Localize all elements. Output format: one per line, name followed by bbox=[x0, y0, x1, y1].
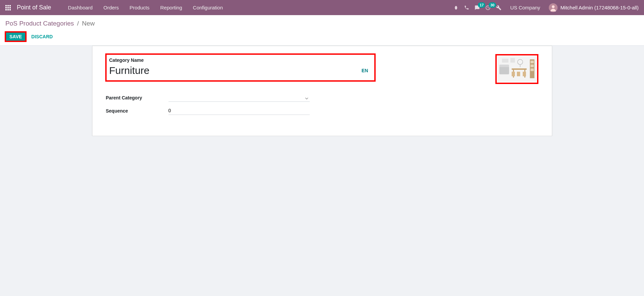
user-name: Mitchell Admin (17248068-15-0-all) bbox=[560, 5, 639, 10]
svg-rect-2 bbox=[9, 5, 11, 6]
breadcrumb-parent[interactable]: PoS Product Categories bbox=[5, 20, 74, 27]
breadcrumb: PoS Product Categories / New bbox=[5, 20, 639, 27]
svg-rect-24 bbox=[530, 69, 534, 71]
user-menu[interactable]: Mitchell Admin (17248068-15-0-all) bbox=[549, 3, 639, 12]
sequence-input[interactable] bbox=[168, 107, 310, 115]
svg-rect-4 bbox=[7, 7, 9, 8]
parent-category-label: Parent Category bbox=[106, 95, 168, 100]
svg-rect-19 bbox=[517, 72, 520, 76]
category-name-input[interactable] bbox=[109, 65, 358, 76]
form-container: Category Name EN bbox=[87, 46, 558, 136]
control-buttons: Save Discard bbox=[5, 32, 639, 41]
nav-configuration[interactable]: Configuration bbox=[188, 0, 228, 15]
svg-rect-7 bbox=[7, 9, 9, 10]
svg-rect-18 bbox=[512, 72, 515, 76]
messages-icon[interactable]: 17 bbox=[475, 5, 480, 10]
phone-icon[interactable] bbox=[464, 5, 469, 10]
svg-rect-22 bbox=[530, 61, 534, 64]
activities-badge: 30 bbox=[489, 2, 496, 8]
svg-rect-5 bbox=[9, 7, 11, 8]
svg-rect-23 bbox=[530, 65, 534, 67]
form-fields: Parent Category Sequence bbox=[106, 93, 538, 115]
parent-category-row: Parent Category bbox=[106, 93, 538, 102]
language-button[interactable]: EN bbox=[358, 66, 371, 75]
svg-point-11 bbox=[552, 5, 555, 8]
activities-icon[interactable]: 30 bbox=[485, 5, 491, 10]
svg-rect-6 bbox=[5, 9, 7, 10]
discard-button[interactable]: Discard bbox=[31, 34, 53, 39]
svg-rect-13 bbox=[499, 67, 509, 74]
svg-rect-3 bbox=[5, 7, 7, 8]
apps-menu-icon[interactable] bbox=[5, 5, 11, 10]
svg-rect-15 bbox=[512, 69, 526, 70]
category-name-label: Category Name bbox=[109, 56, 372, 63]
app-title[interactable]: Point of Sale bbox=[17, 4, 51, 11]
messages-badge: 17 bbox=[478, 2, 485, 8]
sequence-label: Sequence bbox=[106, 108, 168, 114]
sequence-row: Sequence bbox=[106, 107, 538, 115]
nav-dashboard[interactable]: Dashboard bbox=[63, 0, 98, 15]
svg-rect-20 bbox=[523, 72, 526, 76]
save-button[interactable]: Save bbox=[5, 32, 26, 41]
category-image[interactable] bbox=[495, 54, 538, 84]
nav-products[interactable]: Products bbox=[124, 0, 155, 15]
svg-rect-0 bbox=[5, 5, 7, 6]
tools-icon[interactable] bbox=[496, 5, 501, 10]
svg-rect-8 bbox=[9, 9, 11, 10]
nav-orders[interactable]: Orders bbox=[98, 0, 124, 15]
svg-rect-26 bbox=[510, 58, 515, 63]
navbar-right: 17 30 US Company Mitchell Admin (1724806… bbox=[453, 3, 639, 12]
svg-rect-14 bbox=[499, 65, 509, 67]
control-panel: PoS Product Categories / New Save Discar… bbox=[0, 15, 644, 46]
nav-menu: Dashboard Orders Products Reporting Conf… bbox=[63, 0, 228, 15]
parent-category-input[interactable] bbox=[168, 93, 310, 102]
svg-rect-1 bbox=[7, 5, 9, 6]
navbar: Point of Sale Dashboard Orders Products … bbox=[0, 0, 644, 15]
company-selector[interactable]: US Company bbox=[510, 5, 540, 10]
debug-icon[interactable] bbox=[453, 5, 459, 10]
svg-rect-25 bbox=[502, 59, 508, 63]
breadcrumb-sep: / bbox=[77, 20, 79, 27]
category-name-block: Category Name EN bbox=[106, 54, 375, 81]
avatar bbox=[549, 3, 558, 12]
form-sheet: Category Name EN bbox=[92, 46, 552, 136]
nav-reporting[interactable]: Reporting bbox=[155, 0, 188, 15]
breadcrumb-current: New bbox=[82, 20, 95, 27]
